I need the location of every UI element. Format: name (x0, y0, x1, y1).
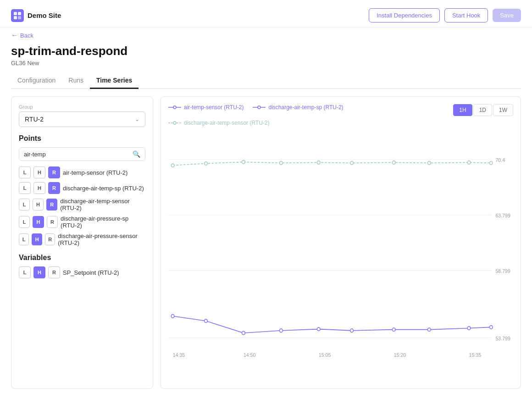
back-link[interactable]: ← Back (11, 31, 521, 39)
header-actions: Install Dependencies Start Hook Save (369, 8, 521, 22)
point-l-btn-3[interactable]: L (19, 216, 30, 228)
svg-text:15:35: 15:35 (469, 352, 482, 358)
sidebar: Group RTU-2 ⌄ Points 🔍 L H R air-temp-se… (11, 96, 153, 389)
search-icon[interactable]: 🔍 (133, 150, 140, 158)
search-box: 🔍 (19, 147, 145, 161)
svg-point-40 (427, 328, 431, 331)
svg-text:15:05: 15:05 (319, 352, 331, 358)
point-name-4: discharge-air-pressure-sensor (RTU-2) (58, 233, 145, 246)
page-title: sp-trim-and-respond (11, 44, 521, 58)
svg-point-23 (171, 164, 174, 167)
svg-point-29 (392, 161, 395, 164)
svg-point-41 (467, 327, 471, 330)
point-r-btn-0[interactable]: R (48, 166, 60, 178)
app-header: Demo Site Install Dependencies Start Hoo… (0, 0, 532, 28)
svg-point-42 (489, 326, 493, 329)
svg-point-26 (279, 161, 283, 165)
time-btn-1d[interactable]: 1D (473, 104, 492, 116)
svg-point-36 (279, 329, 283, 332)
svg-point-5 (173, 106, 176, 109)
svg-rect-0 (14, 12, 17, 15)
point-r-btn-2[interactable]: R (46, 199, 57, 211)
logo-icon (11, 9, 24, 22)
svg-point-7 (258, 106, 260, 109)
svg-point-37 (317, 327, 320, 331)
legend-label-2: discharge-air-temp-sensor (RTU-2) (184, 120, 270, 126)
point-r-btn-3[interactable]: R (47, 216, 58, 228)
group-label: Group (19, 104, 145, 110)
time-btn-1h[interactable]: 1H (453, 104, 472, 116)
chart-area: air-temp-sensor (RTU-2) discharge-air-te… (161, 96, 521, 389)
svg-point-33 (171, 315, 174, 318)
main-content: Group RTU-2 ⌄ Points 🔍 L H R air-temp-se… (0, 89, 532, 396)
tab-configuration[interactable]: Configuration (11, 73, 62, 89)
svg-rect-3 (18, 16, 21, 19)
svg-point-25 (242, 161, 245, 164)
svg-point-9 (173, 122, 176, 124)
var-l-btn-0[interactable]: L (19, 266, 31, 278)
chart-controls: air-temp-sensor (RTU-2) discharge-air-te… (168, 104, 513, 126)
point-h-btn-4[interactable]: H (32, 233, 42, 245)
svg-point-39 (392, 328, 395, 331)
svg-rect-1 (18, 12, 21, 15)
svg-text:63.799: 63.799 (495, 213, 510, 219)
svg-text:15:20: 15:20 (394, 352, 406, 358)
svg-text:53.799: 53.799 (495, 335, 510, 341)
svg-point-32 (489, 161, 493, 165)
time-range-buttons: 1H 1D 1W (453, 104, 513, 116)
chart-legend: air-temp-sensor (RTU-2) discharge-air-te… (168, 104, 453, 126)
svg-text:70.4: 70.4 (495, 157, 505, 163)
var-name-0: SP_Setpoint (RTU-2) (63, 269, 119, 276)
point-l-btn-2[interactable]: L (19, 199, 30, 211)
variable-row: L H R SP_Setpoint (RTU-2) (19, 266, 145, 278)
back-label: Back (20, 32, 33, 39)
variables-title: Variables (19, 254, 145, 262)
svg-point-38 (350, 329, 354, 332)
point-h-btn-3[interactable]: H (33, 216, 44, 228)
svg-point-30 (427, 161, 431, 165)
point-l-btn-1[interactable]: L (19, 182, 31, 194)
point-row: L H R discharge-air-temp-sp (RTU-2) (19, 182, 145, 194)
svg-point-24 (205, 162, 208, 165)
point-row: L H R discharge-air-pressure-sensor (RTU… (19, 233, 145, 246)
point-row: L H R discharge-air-pressure-sp (RTU-2) (19, 215, 145, 229)
point-row: L H R air-temp-sensor (RTU-2) (19, 166, 145, 178)
point-h-btn-2[interactable]: H (33, 199, 44, 211)
chart-svg-wrapper: 70.4 63.799 58.799 53.799 14:35 14:50 15… (168, 131, 513, 381)
svg-point-35 (242, 331, 245, 334)
install-dependencies-button[interactable]: Install Dependencies (369, 8, 440, 22)
var-h-btn-0[interactable]: H (33, 266, 45, 278)
legend-label-0: air-temp-sensor (RTU-2) (184, 104, 244, 111)
point-l-btn-4[interactable]: L (19, 233, 29, 245)
time-btn-1w[interactable]: 1W (493, 104, 513, 116)
point-r-btn-4[interactable]: R (45, 233, 55, 245)
back-arrow-icon: ← (11, 31, 18, 39)
svg-text:14:35: 14:35 (173, 352, 185, 358)
point-row: L H R discharge-air-temp-sensor (RTU-2) (19, 198, 145, 211)
svg-rect-2 (14, 16, 17, 19)
point-name-3: discharge-air-pressure-sp (RTU-2) (61, 215, 145, 229)
legend-label-1: discharge-air-temp-sp (RTU-2) (268, 104, 343, 111)
tabs-bar: Configuration Runs Time Series (11, 73, 521, 89)
var-r-btn-0[interactable]: R (48, 266, 60, 278)
header-left: Demo Site (11, 9, 61, 22)
group-select[interactable]: RTU-2 ⌄ (19, 111, 145, 127)
group-select-value: RTU-2 (25, 116, 44, 123)
point-h-btn-0[interactable]: H (33, 166, 45, 178)
points-title: Points (19, 134, 145, 143)
tab-time-series[interactable]: Time Series (90, 73, 139, 89)
search-input[interactable] (24, 151, 133, 158)
tab-runs[interactable]: Runs (62, 73, 90, 89)
site-name: Demo Site (28, 11, 61, 19)
legend-item-2: discharge-air-temp-sensor (RTU-2) (168, 120, 270, 126)
point-l-btn-0[interactable]: L (19, 166, 31, 178)
point-name-0: air-temp-sensor (RTU-2) (63, 169, 127, 176)
point-r-btn-1[interactable]: R (48, 182, 60, 194)
point-name-2: discharge-air-temp-sensor (RTU-2) (60, 198, 145, 211)
nav-bar: ← Back sp-trim-and-respond GL36 New (0, 28, 532, 66)
point-h-btn-1[interactable]: H (33, 182, 45, 194)
page-subtitle: GL36 New (11, 60, 521, 66)
svg-point-31 (467, 161, 471, 164)
start-hook-button[interactable]: Start Hook (444, 8, 488, 22)
save-button[interactable]: Save (493, 9, 521, 22)
